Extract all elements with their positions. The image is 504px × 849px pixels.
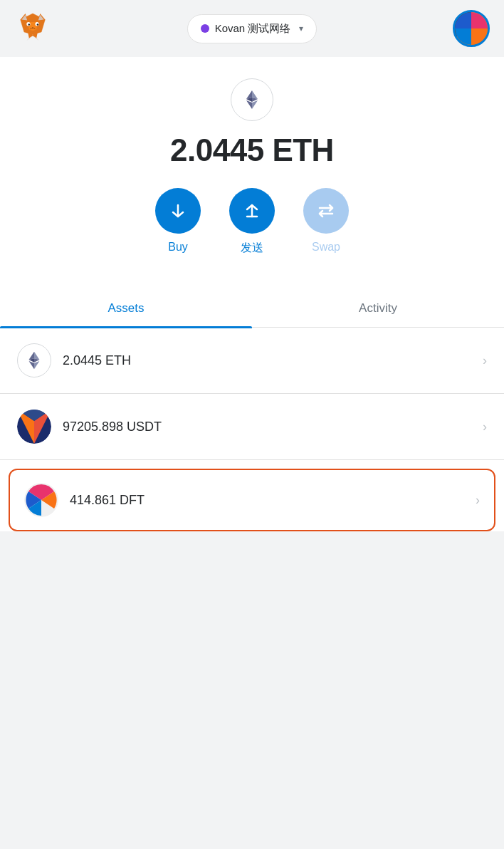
usdt-asset-icon: [17, 410, 51, 444]
svg-marker-29: [29, 361, 34, 369]
buy-button[interactable]: Buy: [155, 188, 201, 254]
network-name-label: Kovan 测试网络: [215, 22, 291, 36]
svg-marker-20: [252, 100, 258, 109]
header: Kovan 测试网络 ▾: [0, 0, 504, 57]
metamask-logo: [14, 9, 51, 48]
send-button[interactable]: 发送: [229, 188, 275, 256]
avatar-graphic: [455, 12, 488, 45]
buy-label: Buy: [168, 241, 188, 254]
network-status-dot: [201, 24, 209, 33]
balance-amount: 2.0445 ETH: [170, 132, 334, 168]
svg-marker-25: [29, 352, 34, 360]
tab-activity[interactable]: Activity: [252, 290, 504, 327]
asset-item-eth[interactable]: 2.0445 ETH ›: [0, 328, 504, 394]
main-content: 2.0445 ETH Buy: [0, 57, 504, 531]
usdt-chevron-right-icon: ›: [483, 420, 487, 434]
asset-list: 2.0445 ETH › 97205.898 USDT ›: [0, 328, 504, 531]
send-label: 发送: [241, 241, 263, 256]
eth-chevron-right-icon: ›: [483, 353, 487, 368]
svg-marker-21: [246, 100, 252, 109]
usdt-asset-amount: 97205.898 USDT: [63, 420, 483, 434]
asset-item-dft[interactable]: 414.861 DFT ›: [9, 469, 495, 531]
tab-assets[interactable]: Assets: [0, 290, 252, 327]
svg-point-8: [28, 24, 31, 26]
svg-marker-24: [34, 352, 39, 360]
svg-marker-28: [34, 361, 39, 369]
send-button-circle: [229, 188, 275, 234]
network-selector[interactable]: Kovan 测试网络 ▾: [187, 14, 317, 43]
buy-button-circle: [155, 188, 201, 234]
eth-asset-icon: [17, 343, 51, 377]
svg-marker-16: [252, 90, 258, 99]
balance-section: 2.0445 ETH Buy: [0, 57, 504, 287]
svg-point-9: [37, 24, 39, 26]
svg-marker-17: [246, 90, 252, 99]
chevron-down-icon: ▾: [299, 24, 303, 33]
action-buttons-group: Buy 发送: [155, 188, 349, 256]
account-avatar[interactable]: [453, 10, 490, 47]
asset-item-usdt[interactable]: 97205.898 USDT ›: [0, 394, 504, 460]
eth-currency-icon: [231, 78, 273, 121]
tab-bar: Assets Activity: [0, 290, 504, 328]
eth-asset-amount: 2.0445 ETH: [63, 353, 483, 368]
dft-asset-amount: 414.861 DFT: [70, 493, 476, 508]
swap-label: Swap: [312, 241, 340, 254]
swap-button[interactable]: Swap: [303, 188, 349, 254]
dft-chevron-right-icon: ›: [476, 493, 480, 508]
dft-asset-icon: [24, 483, 58, 517]
swap-button-circle: [303, 188, 349, 234]
